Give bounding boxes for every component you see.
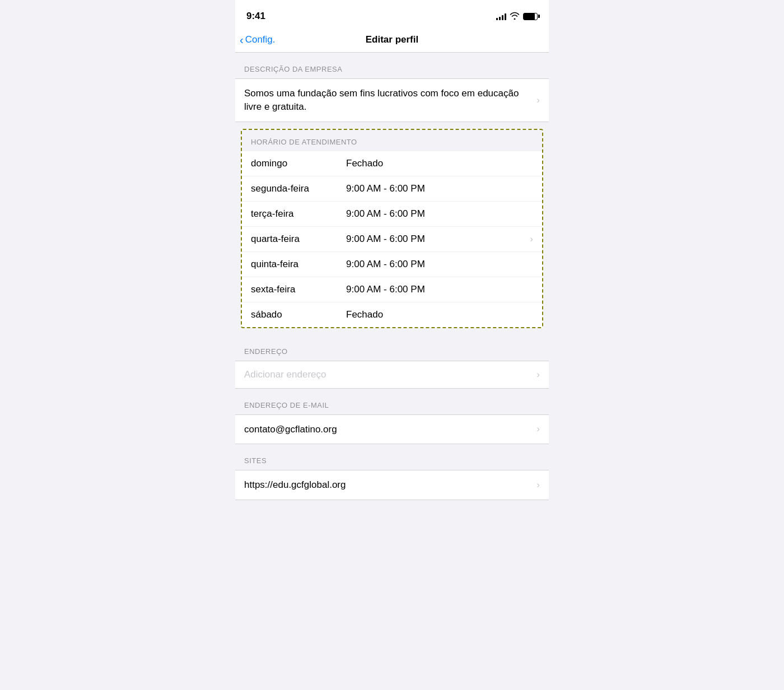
sites-chevron-icon: › (536, 479, 540, 491)
email-group: contato@gcflatino.org › (235, 414, 549, 445)
hours-segunda: 9:00 AM - 6:00 PM (340, 183, 533, 194)
page-title: Editar perfil (366, 34, 418, 45)
bottom-spacer (235, 500, 549, 511)
horario-label: HORÁRIO DE ATENDIMENTO (251, 138, 357, 146)
status-time: 9:41 (246, 11, 265, 22)
email-chevron-icon: › (536, 423, 540, 435)
endereco-item[interactable]: Adicionar endereço › (235, 361, 549, 388)
hours-sabado: Fechado (340, 309, 533, 320)
horario-row: terça-feira 9:00 AM - 6:00 PM (242, 202, 542, 227)
sites-item[interactable]: https://edu.gcfglobal.org › (235, 470, 549, 500)
hours-quinta: 9:00 AM - 6:00 PM (340, 259, 533, 270)
hours-domingo: Fechado (340, 158, 533, 169)
content: DESCRIÇÃO DA EMPRESA Somos uma fundação … (235, 53, 549, 511)
sites-label: SITES (244, 456, 267, 465)
back-label: Config. (245, 34, 276, 45)
horario-header: HORÁRIO DE ATENDIMENTO (242, 130, 542, 151)
horario-row: segunda-feira 9:00 AM - 6:00 PM (242, 176, 542, 202)
email-item[interactable]: contato@gcflatino.org › (235, 415, 549, 444)
endereco-placeholder: Adicionar endereço (244, 369, 536, 380)
day-quinta: quinta-feira (251, 259, 340, 270)
battery-icon (523, 13, 538, 20)
horario-row: sábado Fechado (242, 302, 542, 327)
descricao-group: Somos uma fundação sem fins lucrativos c… (235, 78, 549, 122)
sites-value: https://edu.gcfglobal.org (244, 478, 536, 492)
hours-sexta: 9:00 AM - 6:00 PM (340, 284, 533, 295)
day-terca: terça-feira (251, 208, 340, 220)
day-sabado: sábado (251, 309, 340, 320)
descricao-text: Somos uma fundação sem fins lucrativos c… (244, 87, 536, 114)
phone-frame: 9:41 ‹ Config. E (235, 0, 549, 690)
endereco-label: ENDEREÇO (244, 347, 288, 356)
day-quarta: quarta-feira (251, 234, 340, 245)
horario-row: quinta-feira 9:00 AM - 6:00 PM (242, 252, 542, 277)
back-button[interactable]: ‹ Config. (240, 34, 276, 45)
wifi-icon (510, 12, 520, 21)
horario-rows: domingo Fechado segunda-feira 9:00 AM - … (242, 151, 542, 327)
sites-section-header: SITES (235, 444, 549, 470)
back-chevron-icon: ‹ (240, 34, 244, 45)
horario-row: sexta-feira 9:00 AM - 6:00 PM (242, 277, 542, 302)
horario-row-quarta[interactable]: quarta-feira 9:00 AM - 6:00 PM › (242, 227, 542, 252)
email-value: contato@gcflatino.org (244, 423, 536, 436)
status-bar: 9:41 (235, 0, 549, 28)
descricao-section-header: DESCRIÇÃO DA EMPRESA (235, 53, 549, 78)
endereco-group: Adicionar endereço › (235, 361, 549, 389)
day-domingo: domingo (251, 158, 340, 169)
horario-section: HORÁRIO DE ATENDIMENTO domingo Fechado s… (241, 129, 543, 328)
horario-row: domingo Fechado (242, 151, 542, 176)
nav-bar: ‹ Config. Editar perfil (235, 28, 549, 53)
day-sexta: sexta-feira (251, 284, 340, 295)
endereco-section-header: ENDEREÇO (235, 335, 549, 361)
email-section-header: ENDEREÇO DE E-MAIL (235, 389, 549, 414)
hours-terca: 9:00 AM - 6:00 PM (340, 208, 533, 220)
status-icons (496, 12, 538, 21)
email-label: ENDEREÇO DE E-MAIL (244, 401, 329, 409)
descricao-chevron-icon: › (536, 95, 540, 106)
descricao-label: DESCRIÇÃO DA EMPRESA (244, 65, 342, 73)
day-segunda: segunda-feira (251, 183, 340, 194)
endereco-chevron-icon: › (536, 369, 540, 380)
hours-quarta: 9:00 AM - 6:00 PM (340, 234, 516, 245)
sites-group: https://edu.gcfglobal.org › (235, 470, 549, 500)
quarta-chevron-icon: › (530, 234, 533, 245)
descricao-item[interactable]: Somos uma fundação sem fins lucrativos c… (235, 79, 549, 122)
signal-bars-icon (496, 12, 506, 20)
